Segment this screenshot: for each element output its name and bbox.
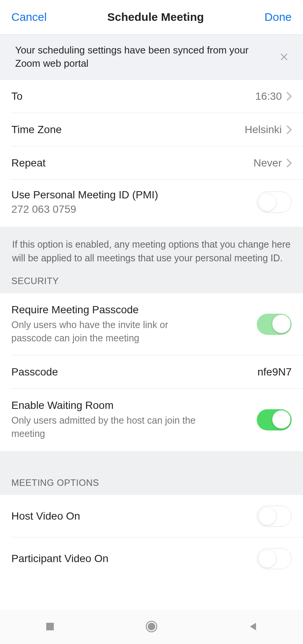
waiting-room-toggle[interactable] [257,409,292,430]
chevron-right-icon [286,92,292,101]
repeat-label: Repeat [11,157,253,169]
timezone-label: Time Zone [11,124,245,136]
passcode-label: Passcode [11,366,258,378]
close-banner-button[interactable] [276,50,292,63]
repeat-row[interactable]: Repeat Never [0,146,303,180]
to-label: To [11,90,255,102]
host-video-label: Host Video On [11,510,257,522]
header-bar: Cancel Schedule Meeting Done [0,0,303,34]
repeat-value: Never [253,157,282,169]
android-nav-bar [0,610,303,625]
require-passcode-desc: Only users who have the invite link or p… [11,318,208,345]
pmi-value: 272 063 0759 [11,203,257,215]
square-icon [45,621,55,625]
svg-marker-5 [250,623,256,625]
page-title: Schedule Meeting [107,11,204,24]
waiting-room-row: Enable Waiting Room Only users admitted … [0,389,303,451]
waiting-room-desc: Only users admitted by the host can join… [11,414,208,440]
participant-video-row: Participant Video On [0,537,303,580]
host-video-toggle[interactable] [257,506,292,527]
triangle-back-icon [248,621,258,625]
done-button[interactable]: Done [264,11,292,24]
nav-home-button[interactable] [145,620,158,625]
sync-banner-text: Your scheduling settings have been synce… [15,44,276,70]
pmi-label: Use Personal Meeting ID (PMI) [11,189,257,201]
timezone-value: Helsinki [245,124,282,136]
require-passcode-label: Require Meeting Passcode [11,304,257,316]
cancel-button[interactable]: Cancel [11,11,47,24]
pmi-row: Use Personal Meeting ID (PMI) 272 063 07… [0,180,303,227]
svg-point-4 [148,623,155,625]
nav-back-button[interactable] [248,621,258,625]
require-passcode-row: Require Meeting Passcode Only users who … [0,293,303,355]
sync-banner: Your scheduling settings have been synce… [0,34,303,80]
pmi-toggle[interactable] [257,192,292,213]
waiting-room-label: Enable Waiting Room [11,399,257,412]
participant-video-label: Participant Video On [11,553,257,565]
pmi-info-block: If this option is enabled, any meeting o… [0,227,303,276]
circle-icon [145,620,158,625]
passcode-value: nfe9N7 [258,366,292,378]
security-section-header: SECURITY [0,276,303,293]
host-video-row: Host Video On [0,495,303,537]
passcode-row[interactable]: Passcode nfe9N7 [0,355,303,389]
schedule-section: To 16:30 Time Zone Helsinki Repeat Never… [0,80,303,227]
nav-recent-button[interactable] [45,621,55,625]
security-section: Require Meeting Passcode Only users who … [0,293,303,451]
close-icon [280,52,289,61]
timezone-row[interactable]: Time Zone Helsinki [0,113,303,146]
chevron-right-icon [286,159,292,168]
require-passcode-toggle[interactable] [257,314,292,335]
participant-video-toggle[interactable] [257,548,292,569]
meeting-options-section-header: MEETING OPTIONS [0,451,303,495]
svg-rect-2 [46,623,54,625]
pmi-info-text: If this option is enabled, any meeting o… [12,237,291,265]
chevron-right-icon [286,125,292,134]
meeting-options-section: Host Video On Participant Video On [0,495,303,580]
to-value: 16:30 [255,90,282,102]
to-row[interactable]: To 16:30 [0,80,303,113]
